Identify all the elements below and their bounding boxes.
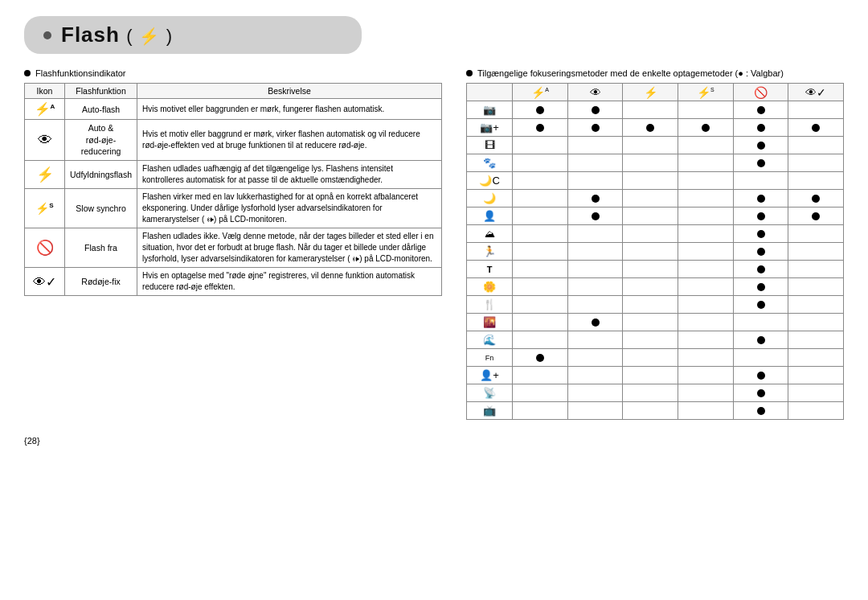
col-header-ikon: Ikon xyxy=(25,84,65,99)
dot-cell xyxy=(513,296,568,314)
dot-cell xyxy=(678,278,734,296)
dot-cell xyxy=(623,314,678,331)
section-dot-right xyxy=(466,70,473,76)
right-section: Tilgængelige fokuseringsmetoder med de e… xyxy=(466,68,844,420)
dot-cell xyxy=(788,349,844,367)
mode-icon: 🌼 xyxy=(467,278,513,296)
dot-cell xyxy=(623,172,678,190)
dot-cell xyxy=(733,225,788,243)
dot-cell xyxy=(513,314,568,331)
dot-cell xyxy=(513,101,568,119)
dot-cell xyxy=(788,137,844,154)
table-row: 🎞 xyxy=(467,137,844,154)
dot-cell xyxy=(623,243,678,261)
col-header-flashfunktion: Flashfunktion xyxy=(65,84,137,99)
dot-cell xyxy=(513,402,568,420)
function-cell: Slow synchro xyxy=(65,189,137,228)
function-cell: Udfyldningsflash xyxy=(65,161,137,189)
table-row: 👁✓ Rødøje-fix Hvis en optagelse med "rød… xyxy=(25,268,442,296)
dot-cell xyxy=(733,296,788,314)
mode-icon: 🎞 xyxy=(467,137,513,154)
dot-cell xyxy=(788,314,844,331)
dot-cell xyxy=(733,384,788,402)
dot-cell xyxy=(733,190,788,208)
mode-icon: T xyxy=(467,261,513,278)
dot-cell xyxy=(733,278,788,296)
mode-icon: 📷+ xyxy=(467,119,513,137)
table-row: ⚡ Udfyldningsflash Flashen udlades uafhæ… xyxy=(25,161,442,189)
right-col-autoflash: ⚡A xyxy=(513,84,568,101)
table-row: ⛰ xyxy=(467,225,844,243)
table-row: 📺 xyxy=(467,402,844,420)
table-row: 🍴 xyxy=(467,296,844,314)
mode-icon: 🏃 xyxy=(467,243,513,261)
dot-cell xyxy=(733,349,788,367)
dot-cell xyxy=(678,331,734,349)
dot-cell xyxy=(788,402,844,420)
icon-cell: 👁✓ xyxy=(25,268,65,296)
dot-cell xyxy=(788,278,844,296)
dot-cell xyxy=(513,367,568,384)
dot-cell xyxy=(678,261,734,278)
dot-cell xyxy=(733,208,788,225)
dot-cell xyxy=(513,208,568,225)
table-row: Fn xyxy=(467,349,844,367)
dot-cell xyxy=(567,172,623,190)
right-section-label-text: Tilgængelige fokuseringsmetoder med de e… xyxy=(477,68,784,78)
table-row: 👤 xyxy=(467,208,844,225)
dot-cell xyxy=(733,101,788,119)
function-cell: Auto-flash xyxy=(65,99,137,120)
table-row: 🏃 xyxy=(467,243,844,261)
function-cell: Auto &rød-øje-reducering xyxy=(65,120,137,161)
mode-icon: 👤+ xyxy=(467,367,513,384)
dot-cell xyxy=(733,314,788,331)
dot-cell xyxy=(678,101,734,119)
dot-cell xyxy=(567,349,623,367)
dot-cell xyxy=(567,208,623,225)
dot-cell xyxy=(623,402,678,420)
dot-cell xyxy=(623,261,678,278)
dot-cell xyxy=(567,384,623,402)
dot-cell xyxy=(678,172,734,190)
description-cell: Flashen virker med en lav lukkerhastighe… xyxy=(137,189,442,228)
dot-cell xyxy=(623,225,678,243)
dot-cell xyxy=(678,402,734,420)
dot-cell xyxy=(788,225,844,243)
right-col-icon xyxy=(467,84,513,101)
dot-cell xyxy=(567,101,623,119)
icon-cell: 🚫 xyxy=(25,228,65,268)
mode-icon: 🌙 xyxy=(467,190,513,208)
dot-cell xyxy=(788,243,844,261)
dot-cell xyxy=(733,172,788,190)
dot-cell xyxy=(678,314,734,331)
col-header-beskrivelse: Beskrivelse xyxy=(137,84,442,99)
dot-cell xyxy=(623,367,678,384)
dot-cell xyxy=(788,190,844,208)
dot-cell xyxy=(567,225,623,243)
table-row: 🚫 Flash fra Flashen udlades ikke. Vælg d… xyxy=(25,228,442,268)
dot-cell xyxy=(513,331,568,349)
table-row: 🌊 xyxy=(467,331,844,349)
right-col-redeye: 👁 xyxy=(567,84,623,101)
description-cell: Hvis en optagelse med "røde øjne" regist… xyxy=(137,268,442,296)
mode-icon: 📺 xyxy=(467,402,513,420)
table-row: 🌙C xyxy=(467,172,844,190)
dot-cell xyxy=(567,190,623,208)
dot-cell xyxy=(678,119,734,137)
description-cell: Hvis motivet eller baggrunden er mørk, f… xyxy=(137,99,442,120)
dot-cell xyxy=(788,101,844,119)
function-cell: Flash fra xyxy=(65,228,137,268)
dot-cell xyxy=(733,137,788,154)
dot-cell xyxy=(567,314,623,331)
table-row: 📡 xyxy=(467,384,844,402)
mode-icon: Fn xyxy=(467,349,513,367)
dot-cell xyxy=(788,119,844,137)
mode-icon: 🌊 xyxy=(467,331,513,349)
table-row: ⚡A Auto-flash Hvis motivet eller baggrun… xyxy=(25,99,442,120)
table-row: 👁 Auto &rød-øje-reducering Hvis et motiv… xyxy=(25,120,442,161)
dot-cell xyxy=(678,296,734,314)
dot-cell xyxy=(513,384,568,402)
dot-cell xyxy=(733,331,788,349)
dot-cell xyxy=(678,137,734,154)
description-cell: Hvis et motiv eller baggrund er mørk, vi… xyxy=(137,120,442,161)
